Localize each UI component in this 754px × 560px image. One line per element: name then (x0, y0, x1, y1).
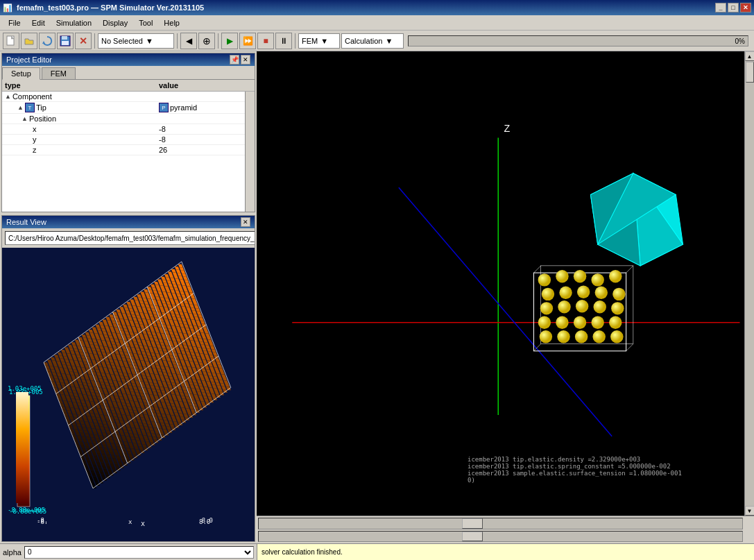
row-tip[interactable]: ▲ T Tip P pyramid (2, 102, 245, 114)
close-file-button[interactable]: ✕ (75, 33, 92, 49)
menubar: File Edit Simulation Display Tool Help (0, 15, 754, 31)
svg-point-10 (542, 288, 554, 300)
app-icon: 📊 (3, 3, 12, 12)
scroll-down-button[interactable]: ▼ (745, 506, 755, 516)
rv-plot-area: 1.03e+005 -8.88e+005 -8. x 8.0 (2, 248, 255, 541)
result-view-close[interactable]: ✕ (241, 217, 250, 227)
project-editor-close[interactable]: ✕ (241, 55, 250, 65)
project-editor: Project Editor 📌 ✕ Setup FEM type value (1, 53, 255, 212)
console-right: solver calculation finished. (257, 544, 754, 560)
toolbar-separator-3 (218, 33, 219, 49)
svg-rect-3 (62, 36, 67, 40)
log-panel: icember2013 tip.elastic.density =2.32900… (465, 453, 744, 516)
close-button[interactable]: ✕ (740, 3, 751, 12)
pause-button[interactable]: ⏸ (275, 33, 292, 49)
scroll-thumb[interactable] (746, 62, 754, 83)
result-view: Result View ✕ C:/Users/Hiroo Azuma/Deskt… (1, 215, 255, 542)
calculation-dropdown[interactable]: Calculation ▼ (341, 33, 404, 49)
svg-point-22 (574, 316, 586, 329)
log-line-4: 0) (468, 477, 742, 484)
menu-display[interactable]: Display (97, 17, 133, 28)
svg-point-29 (610, 330, 623, 343)
svg-point-25 (540, 330, 552, 343)
new-button[interactable] (3, 33, 19, 49)
expand-component: ▲ (5, 93, 11, 100)
no-selected-arrow: ▼ (146, 37, 153, 45)
menu-simulation[interactable]: Simulation (51, 17, 97, 28)
save-button[interactable] (57, 33, 74, 49)
menu-file[interactable]: File (3, 17, 26, 28)
h-thumb-1[interactable] (462, 518, 483, 529)
h-thumb-2[interactable] (462, 532, 483, 542)
svg-point-8 (591, 273, 603, 286)
row-component[interactable]: ▲ Component (2, 92, 245, 102)
label-component: Component (12, 92, 52, 101)
window-title: femafm_test003.pro — SPM Simulator Ver.2… (17, 3, 204, 12)
pyramid-icon: P (159, 103, 169, 112)
project-editor-title-text: Project Editor (6, 56, 52, 64)
stop-button[interactable]: ■ (257, 33, 274, 49)
label-y: y (33, 135, 37, 144)
color-max-label: 1.03e+005 (8, 385, 42, 392)
label-x: x (33, 125, 37, 133)
open-button[interactable] (21, 33, 37, 49)
console-left: alpha 0 (0, 544, 257, 560)
h-scrollbar-1[interactable] (258, 518, 743, 529)
pe-body: ▲ Component ▲ T Tip P (2, 92, 255, 212)
value-y: -8 (159, 135, 242, 144)
new-icon (6, 35, 17, 46)
pe-scrollbar[interactable] (245, 92, 255, 212)
maximize-button[interactable]: □ (728, 3, 739, 12)
alpha-select[interactable]: 0 (24, 546, 254, 559)
value-x: -8 (159, 125, 242, 133)
console-bar: alpha 0 solver calculation finished. (0, 543, 754, 560)
x-axis-label: x (141, 520, 145, 527)
main-area: Project Editor 📌 ✕ Setup FEM type value (0, 51, 754, 543)
scroll-up-button[interactable]: ▲ (745, 51, 755, 61)
tab-setup[interactable]: Setup (2, 67, 40, 80)
log-line-1: icember2013 tip.elastic.density =2.32900… (468, 456, 742, 463)
expand-tip: ▲ (17, 104, 24, 111)
viewport-scrollbar-right: ▲ ▼ (744, 51, 754, 516)
menu-edit[interactable]: Edit (26, 17, 51, 28)
svg-point-11 (559, 287, 572, 299)
project-editor-tabs: Setup FEM (2, 66, 255, 80)
fast-forward-button[interactable]: ⏩ (239, 33, 256, 49)
viewport-3d: Z (257, 51, 754, 516)
label-tip: Tip (36, 103, 46, 112)
minimize-button[interactable]: _ (715, 3, 726, 12)
label-z: z (33, 146, 37, 154)
svg-point-16 (558, 300, 570, 313)
log-line-3: icember2013 sample.elastic.surface_tensi… (468, 470, 742, 477)
expand-position: ▲ (22, 115, 28, 122)
play-button[interactable]: ▶ (221, 33, 238, 49)
titlebar-title: 📊 femafm_test003.pro — SPM Simulator Ver… (3, 3, 204, 12)
scene-svg: Z (257, 51, 754, 516)
refresh-button[interactable] (39, 33, 55, 49)
refresh-icon (42, 35, 53, 46)
rv-file-select[interactable]: C:/Users/Hiroo Azuma/Desktop/femafm_test… (5, 231, 255, 245)
zoom-in-button[interactable]: ⊕ (198, 33, 215, 49)
fem-dropdown[interactable]: FEM ▼ (298, 33, 340, 49)
row-x[interactable]: x -8 (2, 124, 245, 135)
prev-button[interactable]: ◀ (180, 33, 197, 49)
color-gradient (16, 392, 28, 503)
menu-help[interactable]: Help (158, 17, 185, 28)
project-editor-controls: 📌 ✕ (230, 55, 250, 65)
viewport-scrollbars (257, 516, 754, 543)
row-z[interactable]: z 26 (2, 145, 245, 155)
svg-rect-0 (7, 36, 14, 45)
svg-point-14 (612, 288, 625, 300)
header-value: value (159, 81, 242, 90)
tab-fem[interactable]: FEM (42, 67, 76, 79)
menu-tool[interactable]: Tool (133, 17, 158, 28)
no-selected-dropdown[interactable]: No Selected ▼ (98, 33, 174, 49)
header-type: type (5, 81, 159, 90)
row-position[interactable]: ▲ Position (2, 114, 245, 124)
alpha-label: alpha (3, 548, 22, 557)
scene-bg (257, 117, 754, 450)
project-editor-pin[interactable]: 📌 (230, 55, 239, 65)
toolbar-separator-2 (177, 33, 178, 49)
row-y[interactable]: y -8 (2, 135, 245, 145)
h-scrollbar-2[interactable] (258, 531, 743, 543)
